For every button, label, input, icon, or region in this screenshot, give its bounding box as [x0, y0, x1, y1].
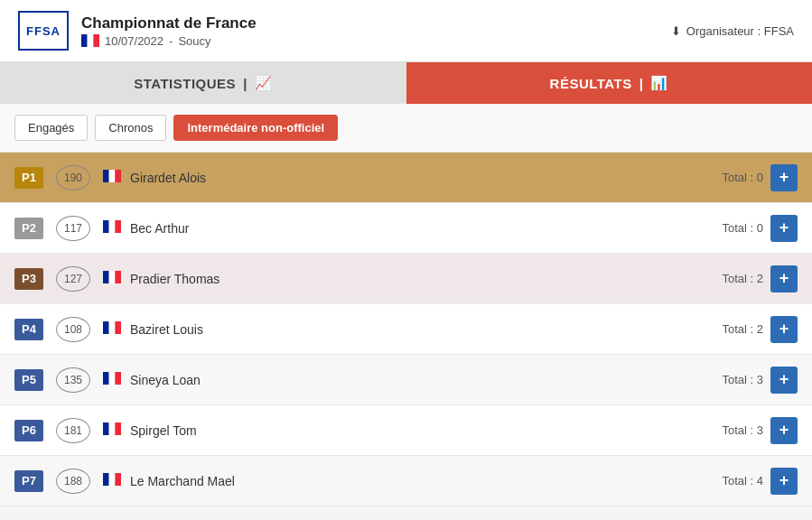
total-score: Total : 2 [722, 272, 763, 285]
expand-button[interactable]: + [770, 417, 798, 444]
svg-rect-1 [88, 34, 94, 47]
position-badge: P5 [14, 369, 43, 391]
rider-name: Pradier Thomas [130, 272, 722, 286]
header: FFSA Championnat de France 10/07/2022 - … [0, 0, 812, 62]
flag-cell [103, 220, 121, 236]
event-date: 10/07/2022 [105, 34, 163, 48]
expand-button[interactable]: + [770, 367, 798, 394]
position-badge: P4 [14, 319, 43, 340]
flag-cell [103, 372, 121, 387]
position-badge: P3 [14, 268, 43, 290]
position-badge: P1 [14, 167, 43, 189]
rider-name: Le Marchand Mael [130, 474, 722, 488]
svg-rect-17 [115, 372, 121, 385]
header-left: FFSA Championnat de France 10/07/2022 - … [18, 11, 257, 51]
position-badge: P2 [14, 218, 43, 239]
tab-statistiques[interactable]: STATISTIQUES | 📈 [0, 62, 406, 104]
svg-rect-8 [115, 220, 121, 233]
table-row: P1 190 Girardet Alois Total : 0 + [0, 153, 812, 203]
event-location: Soucy [178, 34, 210, 48]
bar-chart-icon: 📊 [650, 75, 668, 91]
rider-name: Baziret Louis [130, 322, 722, 337]
svg-rect-9 [103, 271, 109, 283]
organizer-label: Organisateur : FFSA [686, 24, 794, 38]
event-separator: - [169, 34, 173, 48]
france-flag [103, 321, 121, 334]
tab-resultats[interactable]: RÉSULTATS | 📊 [406, 62, 813, 104]
bib-number: 181 [56, 418, 90, 443]
svg-rect-6 [103, 220, 109, 233]
table-row: P6 181 Spirgel Tom Total : 3 + [0, 405, 812, 456]
svg-rect-2 [93, 34, 99, 47]
svg-rect-16 [109, 372, 116, 385]
position-badge: P6 [14, 420, 43, 441]
rider-name: Sineya Loan [130, 373, 722, 387]
france-flag [103, 170, 121, 182]
filter-engages[interactable]: Engagés [14, 115, 88, 141]
france-flag [103, 473, 121, 486]
total-score: Total : 2 [722, 322, 763, 336]
event-info: Championnat de France 10/07/2022 - Soucy [81, 14, 257, 48]
tab-results-label: RÉSULTATS [550, 76, 632, 91]
rider-name: Spirgel Tom [130, 423, 722, 438]
rider-name: Bec Arthur [130, 221, 722, 236]
svg-rect-5 [115, 170, 121, 182]
expand-button[interactable]: + [770, 164, 798, 191]
svg-rect-18 [103, 422, 109, 435]
page-container: FFSA Championnat de France 10/07/2022 - … [0, 0, 812, 506]
expand-button[interactable]: + [770, 316, 798, 343]
svg-rect-22 [109, 473, 116, 486]
expand-button[interactable]: + [770, 215, 798, 242]
chart-icon: 📈 [255, 75, 273, 91]
france-flag [103, 220, 121, 233]
flag-cell [103, 170, 121, 185]
svg-rect-4 [109, 170, 116, 182]
svg-rect-23 [115, 473, 121, 486]
france-flag [103, 372, 121, 385]
svg-rect-15 [103, 372, 109, 385]
svg-rect-0 [81, 34, 88, 47]
ffsa-logo: FFSA [18, 11, 69, 51]
flag-cell [103, 422, 121, 438]
flag-cell [103, 271, 121, 286]
svg-rect-19 [109, 422, 116, 435]
svg-rect-20 [115, 422, 121, 435]
filter-chronos[interactable]: Chronos [95, 115, 166, 141]
tab-stats-label: STATISTIQUES [134, 76, 236, 91]
table-row: P7 188 Le Marchand Mael Total : 4 + [0, 456, 812, 506]
tabs-container: STATISTIQUES | 📈 RÉSULTATS | 📊 [0, 62, 812, 104]
download-icon: ⬇ [671, 24, 681, 38]
svg-rect-13 [109, 321, 116, 334]
svg-rect-10 [109, 271, 116, 283]
table-row: P4 108 Baziret Louis Total : 2 + [0, 304, 812, 355]
bib-number: 108 [56, 317, 90, 342]
flag-cell [103, 473, 121, 488]
filter-intermediaire[interactable]: Intermédaire non-officiel [173, 115, 338, 141]
table-row: P5 135 Sineya Loan Total : 3 + [0, 355, 812, 405]
flag-cell [103, 321, 121, 337]
event-title: Championnat de France [81, 14, 257, 32]
table-row: P2 117 Bec Arthur Total : 0 + [0, 203, 812, 254]
total-score: Total : 0 [722, 171, 763, 184]
total-score: Total : 4 [722, 474, 763, 488]
total-score: Total : 3 [722, 373, 763, 386]
expand-button[interactable]: + [770, 265, 798, 292]
france-flag [103, 271, 121, 283]
tab-stats-icon: | [243, 76, 247, 91]
event-meta: 10/07/2022 - Soucy [81, 34, 257, 48]
svg-rect-14 [115, 321, 121, 334]
svg-rect-7 [109, 220, 116, 233]
filters-bar: Engagés Chronos Intermédaire non-officie… [0, 104, 812, 153]
header-right: ⬇ Organisateur : FFSA [671, 24, 794, 38]
total-score: Total : 3 [722, 423, 763, 437]
rider-name: Girardet Alois [130, 171, 722, 185]
table-row: P3 127 Pradier Thomas Total : 2 + [0, 254, 812, 304]
expand-button[interactable]: + [770, 468, 798, 495]
svg-rect-11 [115, 271, 121, 283]
bib-number: 188 [56, 469, 90, 494]
results-list: P1 190 Girardet Alois Total : 0 + P2 117 [0, 153, 812, 506]
bib-number: 117 [56, 216, 90, 241]
tab-results-separator: | [639, 76, 644, 91]
position-badge: P7 [14, 470, 43, 492]
svg-rect-12 [103, 321, 109, 334]
